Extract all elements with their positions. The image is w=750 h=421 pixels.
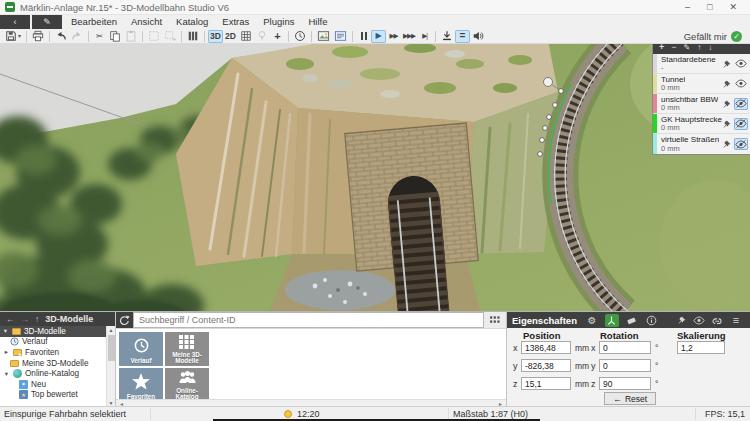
link-icon[interactable] bbox=[711, 316, 723, 325]
rotation-z-input[interactable] bbox=[599, 377, 651, 390]
tree-item-online-katalog[interactable]: ▾ Online-Katalog bbox=[0, 368, 106, 379]
layer-row-virtuelle-strassen[interactable]: virtuelle Straßen0 mm bbox=[653, 134, 750, 154]
tree-item-neu[interactable]: ✦ Neu bbox=[0, 379, 106, 390]
paint-tag-icon[interactable] bbox=[625, 314, 639, 327]
layout-window-button[interactable] bbox=[315, 30, 332, 43]
layer-up-button[interactable]: ↑ bbox=[697, 44, 701, 52]
tile-meine-3d-modelle[interactable]: Meine 3D-Modelle bbox=[165, 332, 209, 366]
view-2d-button[interactable]: 2D bbox=[223, 30, 238, 43]
fast-forward-button[interactable]: ▶▶ bbox=[386, 30, 401, 43]
close-button[interactable]: ✕ bbox=[729, 0, 737, 15]
rotation-x-input[interactable] bbox=[599, 341, 651, 354]
select-area-button[interactable] bbox=[146, 30, 162, 43]
viewport-3d-scene[interactable] bbox=[0, 44, 750, 311]
tree-item-top-bewertet[interactable]: ★ Top bewertet bbox=[0, 390, 106, 401]
pin-icon[interactable] bbox=[722, 59, 732, 69]
pin-icon[interactable] bbox=[722, 119, 732, 129]
search-input[interactable] bbox=[133, 312, 484, 328]
tree-back-button[interactable]: ← bbox=[6, 314, 15, 324]
info-icon[interactable] bbox=[645, 314, 659, 327]
skip-to-end-button[interactable]: ▶| bbox=[417, 30, 432, 43]
layer-visibility-toggle[interactable] bbox=[734, 78, 748, 90]
track-align-button[interactable]: = bbox=[455, 30, 470, 43]
layer-visibility-toggle[interactable] bbox=[734, 118, 748, 130]
object-list-button[interactable] bbox=[185, 30, 201, 43]
menu-plugins[interactable]: Plugins bbox=[256, 15, 301, 29]
chevron-down-icon[interactable]: ▾ bbox=[3, 370, 10, 378]
layer-row-standardebene[interactable]: Standardebene- bbox=[653, 54, 750, 74]
tile-online-katalog[interactable]: Online-Katalog bbox=[165, 368, 209, 402]
tree-item-verlauf[interactable]: Verlauf bbox=[0, 337, 106, 348]
menu-hilfe[interactable]: Hilfe bbox=[301, 15, 334, 29]
grid-toggle-button[interactable] bbox=[238, 30, 254, 43]
menu-hamburger-icon[interactable]: ≡ bbox=[729, 314, 743, 327]
tree-item-meine-3d-modelle[interactable]: Meine 3D-Modelle bbox=[0, 358, 106, 369]
maximize-button[interactable]: □ bbox=[707, 0, 712, 15]
layer-visibility-toggle[interactable] bbox=[734, 138, 748, 150]
cut-button[interactable]: ✂ bbox=[92, 30, 107, 43]
redo-button[interactable] bbox=[69, 30, 85, 43]
edit-mode-button[interactable]: ✎ bbox=[32, 15, 62, 29]
refresh-button[interactable] bbox=[116, 312, 133, 328]
tile-verlauf[interactable]: Verlauf bbox=[119, 332, 163, 366]
copy-button[interactable] bbox=[107, 30, 123, 43]
scale-input[interactable] bbox=[677, 341, 725, 354]
pin-icon[interactable] bbox=[722, 79, 732, 89]
event-list-button[interactable] bbox=[332, 30, 349, 43]
viewport-3d[interactable] bbox=[0, 44, 750, 311]
drop-to-ground-button[interactable] bbox=[439, 30, 455, 43]
back-button[interactable]: ‹ bbox=[0, 15, 30, 29]
reset-button[interactable]: ←Reset bbox=[604, 392, 656, 405]
tree-item-favoriten[interactable]: ▸ Favoriten bbox=[0, 347, 106, 358]
position-y-input[interactable] bbox=[521, 359, 571, 372]
add-object-button[interactable]: + bbox=[270, 30, 285, 43]
scrollbar-thumb[interactable] bbox=[108, 335, 115, 361]
eye-icon[interactable] bbox=[693, 316, 705, 325]
position-x-input[interactable] bbox=[521, 341, 571, 354]
menu-ansicht[interactable]: Ansicht bbox=[124, 15, 169, 29]
select-add-button[interactable] bbox=[162, 30, 178, 43]
layer-remove-button[interactable]: − bbox=[671, 43, 676, 52]
volume-button[interactable] bbox=[470, 30, 486, 43]
like-area[interactable]: Gefällt mir ✓ bbox=[684, 31, 747, 42]
pin-icon[interactable] bbox=[722, 139, 732, 149]
layer-row-gk-hauptstrecke[interactable]: GK Hauptstrecke0 mm bbox=[653, 114, 750, 134]
transform-tab-icon[interactable] bbox=[605, 314, 619, 327]
print-button[interactable] bbox=[30, 30, 46, 43]
chevron-down-icon[interactable]: ▾ bbox=[2, 327, 9, 335]
grid-view-icon bbox=[490, 316, 500, 324]
pause-button[interactable] bbox=[356, 30, 371, 43]
pin-icon[interactable] bbox=[677, 315, 687, 325]
menu-katalog[interactable]: Katalog bbox=[169, 15, 215, 29]
layer-edit-button[interactable]: ✎ bbox=[684, 44, 691, 52]
tree-forward-button[interactable]: → bbox=[21, 314, 30, 324]
layer-down-button[interactable]: ↓ bbox=[708, 44, 712, 52]
tree-scrollbar[interactable]: ▲ ▼ bbox=[106, 326, 115, 407]
scroll-up-arrow[interactable]: ▲ bbox=[109, 326, 114, 334]
undo-button[interactable] bbox=[53, 30, 69, 43]
layer-add-button[interactable]: + bbox=[659, 43, 664, 52]
layer-visibility-toggle[interactable] bbox=[734, 98, 748, 110]
tile-favoriten[interactable]: Favoriten bbox=[119, 368, 163, 402]
grid-view-button[interactable] bbox=[484, 312, 506, 328]
menu-bearbeiten[interactable]: Bearbeiten bbox=[64, 15, 124, 29]
save-button[interactable]: ▾ bbox=[3, 30, 23, 43]
position-z-input[interactable] bbox=[521, 377, 571, 390]
layer-visibility-toggle[interactable] bbox=[734, 58, 748, 70]
view-3d-button[interactable]: 3D bbox=[208, 30, 223, 43]
layer-row-tunnel[interactable]: Tunnel0 mm bbox=[653, 74, 750, 94]
menu-extras[interactable]: Extras bbox=[215, 15, 256, 29]
event-clock-button[interactable] bbox=[292, 30, 308, 43]
pin-icon[interactable] bbox=[722, 99, 732, 109]
play-button[interactable]: ▶ bbox=[371, 30, 386, 43]
chevron-right-icon[interactable]: ▸ bbox=[3, 348, 10, 356]
light-toggle-button[interactable] bbox=[254, 30, 270, 43]
fastest-forward-button[interactable]: ▶▶▶ bbox=[401, 30, 417, 43]
paste-button[interactable] bbox=[123, 30, 139, 43]
minimize-button[interactable]: – bbox=[685, 0, 690, 15]
layer-row-unsichtbar-bbw[interactable]: unsichtbar BBW0 mm bbox=[653, 94, 750, 114]
rotation-y-input[interactable] bbox=[599, 359, 651, 372]
tree-item-3d-modelle[interactable]: ▾ 3D-Modelle bbox=[0, 326, 106, 337]
settings-gear-icon[interactable]: ⚙ bbox=[585, 314, 599, 327]
tree-up-button[interactable]: ↑ bbox=[35, 314, 39, 324]
